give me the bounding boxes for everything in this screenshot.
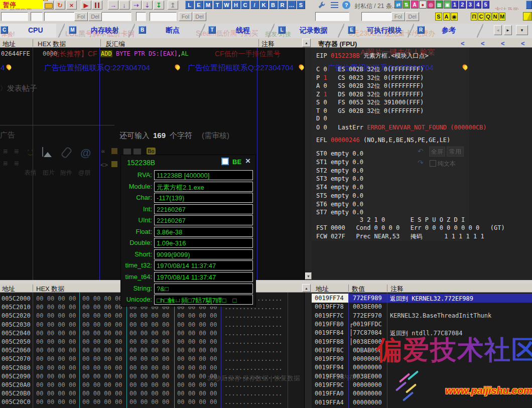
dump-row[interactable]: 005C209000 00 00 0000 00 00 0000 00 00 0… xyxy=(0,373,304,381)
register-line[interactable]: O 0 LastErr ERROR_ENVVAR_NOT_FOUND (0000… xyxy=(316,124,487,131)
tab-可执行模块[interactable]: 可执行模块 xyxy=(367,26,402,35)
register-line[interactable]: ST0 empty 0.0 xyxy=(316,150,363,157)
del-button[interactable]: Del xyxy=(193,12,206,21)
letter-button-S[interactable]: S xyxy=(297,1,305,9)
number-button-5[interactable]: 5 xyxy=(482,1,489,9)
yellow-button-C[interactable]: C xyxy=(478,13,484,21)
stack-row[interactable]: 0019FF780038E000 xyxy=(312,303,532,311)
step-over-button[interactable]: ↓ xyxy=(119,1,129,10)
mention-icon[interactable]: @ xyxy=(80,147,91,160)
register-line[interactable]: FCW 027F Prec NEAR,53 掩码 1 1 1 1 1 1 xyxy=(316,232,484,241)
stack-row[interactable]: 0019FF9400000000 xyxy=(312,364,532,372)
register-line[interactable]: P 1 CS 0023 32位 0(FFFFFFFF) xyxy=(316,74,424,82)
register-line[interactable]: S 0 FS 0053 32位 391000(FFF) xyxy=(316,98,424,107)
open-file-button[interactable] xyxy=(43,1,54,10)
register-line[interactable]: ST4 empty 0.0 xyxy=(316,184,363,191)
tab-线程[interactable]: 线程 xyxy=(236,26,250,35)
restart-button[interactable]: ↻ xyxy=(55,1,65,10)
register-line[interactable]: ST6 empty 0.0 xyxy=(316,201,363,208)
dump-row[interactable]: 005C208000 00 00 0000 00 00 0000 00 00 0… xyxy=(0,364,304,372)
table-icon[interactable] xyxy=(134,149,141,155)
terminate-button[interactable]: × xyxy=(66,1,77,10)
collapse-icon[interactable]: < xyxy=(521,40,525,47)
sort-button[interactable]: ⇅ xyxy=(403,1,410,9)
toolbar-input[interactable] xyxy=(31,12,43,21)
stack-row[interactable]: 0019FF80┌0019FFDC xyxy=(312,321,532,329)
letter-button-E[interactable]: E xyxy=(195,1,203,9)
dump-row[interactable]: 005C20B000 00 00 0000 00 00 0000 00 00 0… xyxy=(0,390,304,398)
stack-panel[interactable]: 0019FF74772EF989返回到 KERNEL32.772EF989001… xyxy=(312,293,532,408)
dump-row[interactable]: 005C20A000 00 00 0000 00 00 0000 00 00 0… xyxy=(0,381,304,389)
hex-dump-panel[interactable]: 005C200000 00 00 0000 00 00 0000 00 00 0… xyxy=(0,293,304,408)
dump-row[interactable]: 005C204000 00 00 0000 00 00 0000 00 00 0… xyxy=(0,330,304,338)
stack-row[interactable]: 0019FF8C0DBAB096 xyxy=(312,347,532,355)
tab-nav-right-button[interactable]: ► xyxy=(504,25,512,35)
dump-scroll-up-button[interactable]: ▲ xyxy=(302,284,311,292)
letter-button-C[interactable]: C xyxy=(241,1,249,9)
letter-button-…[interactable]: … xyxy=(288,1,296,9)
bold-badge-icon[interactable]: Bo xyxy=(147,148,156,155)
dump-row[interactable]: 005C203000 00 00 0000 00 00 0000 00 00 0… xyxy=(0,321,304,329)
tab-断点[interactable]: 断点 xyxy=(166,26,180,35)
letter-button-L[interactable]: L xyxy=(185,1,194,9)
toolbar-input[interactable] xyxy=(150,12,177,21)
del-button[interactable]: Del xyxy=(88,12,102,21)
yellow-button-◉[interactable]: ◉ xyxy=(451,13,458,21)
toolbar-input[interactable] xyxy=(100,12,131,21)
tab-参考[interactable]: 参考 xyxy=(442,26,456,35)
dump-row[interactable]: 005C205000 00 00 0000 00 00 0000 00 00 0… xyxy=(0,338,304,346)
partial-yellow-icon[interactable] xyxy=(523,12,532,21)
number-button-2[interactable]: 2 xyxy=(459,1,466,9)
register-line[interactable]: ST5 empty 0.0 xyxy=(316,192,363,199)
disasm-scrollbar[interactable]: ▼ xyxy=(304,48,312,280)
fol-button[interactable]: Fol xyxy=(179,12,192,21)
plugin-grid-button[interactable]: ▦ xyxy=(436,1,443,9)
yellow-button-S[interactable]: S xyxy=(435,13,442,21)
toolbar-input[interactable] xyxy=(1,12,28,21)
lock-icon[interactable] xyxy=(111,161,117,167)
collapse-icon[interactable]: < xyxy=(461,40,465,47)
dump-row[interactable]: 005C206000 00 00 0000 00 00 0000 00 00 0… xyxy=(0,347,304,355)
collapse-icon[interactable]: < xyxy=(481,40,485,47)
common-button[interactable]: 常用 xyxy=(447,147,464,157)
disasm-scroll-down-button[interactable]: ▼ xyxy=(305,273,312,280)
register-line[interactable]: EFL 00000246 (NO,NB,E,BE,NS,PE,GE,LE) xyxy=(316,137,450,144)
tab-记录数据[interactable]: 记录数据 xyxy=(300,26,328,35)
del-button[interactable]: Del xyxy=(406,12,419,21)
dump-row[interactable]: 005C20C000 00 00 0000 00 00 0000 00 00 0… xyxy=(0,398,304,406)
list-icon[interactable] xyxy=(331,2,338,8)
target-button[interactable]: ◎ xyxy=(427,1,435,9)
letter-button-W[interactable]: W xyxy=(222,1,231,9)
register-panel[interactable]: Ai照片一键去依人脸宲 广告位置招租联系Q:227304704 ↶ ↷ 全屏 常… xyxy=(312,48,532,280)
partial-button[interactable] xyxy=(526,1,532,9)
yellow-button-Q[interactable]: Q xyxy=(485,13,491,21)
letter-button-/[interactable]: / xyxy=(250,1,259,9)
tab-nav-dropdown-button[interactable]: ▼ xyxy=(516,25,528,35)
private-message-text[interactable]: 封私信 / 21 条... xyxy=(354,2,397,11)
attachment-icon[interactable] xyxy=(60,146,72,159)
video-icon[interactable] xyxy=(123,149,131,155)
stack-row[interactable]: 0019FF88│0038E000 xyxy=(312,338,532,346)
quote-icon[interactable]: “ xyxy=(101,148,105,160)
value-inspect-popup[interactable]: 152238B BE × RVA:112238B [400000]Module:… xyxy=(120,155,256,307)
stack-row[interactable]: 0019FFA000000000 xyxy=(312,390,532,398)
download-button[interactable]: ↧ xyxy=(154,1,164,10)
register-line[interactable]: ST7 empty 0.0 xyxy=(316,209,363,216)
plugin-window-button[interactable]: ▣ xyxy=(444,1,451,9)
yellow-button-N[interactable]: N xyxy=(492,13,498,21)
stack-row[interactable]: 0019FF74772EF989返回到 KERNEL32.772EF989 xyxy=(312,295,532,303)
register-line[interactable]: ST2 empty 0.0 xyxy=(316,167,363,174)
run-to-cursor-button[interactable]: ⇢ xyxy=(131,1,142,10)
dump-row[interactable]: 005C202000 00 00 0000 00 00 0000 00 00 0… xyxy=(0,312,304,320)
stack-row[interactable]: 0019FF980038E000 xyxy=(312,373,532,381)
register-line[interactable]: FST 0000 Cond 0 0 0 0 Err 0 0 0 0 0 0 0 … xyxy=(316,224,505,231)
disasm-scroll-up-button[interactable]: ▲ xyxy=(302,39,311,47)
step-into-button[interactable]: → xyxy=(108,1,118,10)
letter-button-M[interactable]: M xyxy=(204,1,212,9)
redo-icon[interactable]: ↷ xyxy=(418,159,424,167)
register-line[interactable]: D 0 xyxy=(316,115,327,122)
tab-内存映射[interactable]: 内存映射 xyxy=(91,26,119,35)
dump-scrollbar[interactable] xyxy=(304,293,312,408)
register-line[interactable]: ST3 empty 0.0 xyxy=(316,175,363,182)
undo-icon[interactable]: ↶ xyxy=(418,147,424,155)
